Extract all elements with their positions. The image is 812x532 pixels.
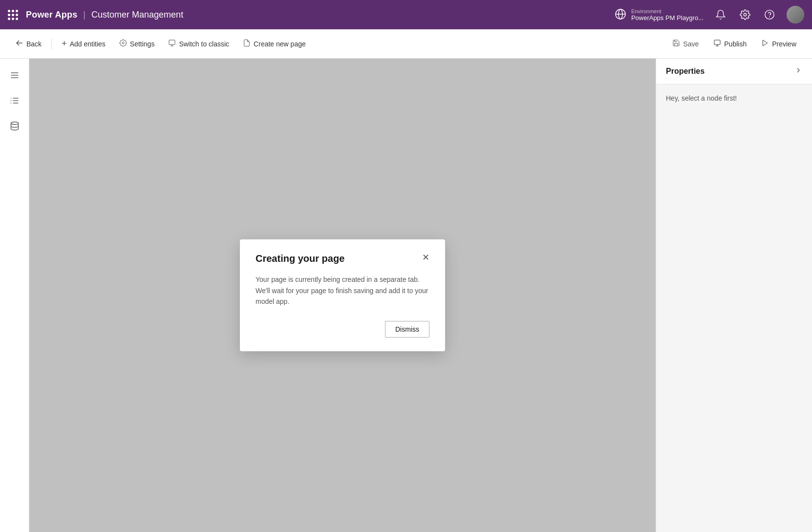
nav-separator: |	[83, 10, 85, 20]
settings-gear-icon	[119, 39, 127, 49]
toolbar: Back + Add entities Settings Switch to c…	[0, 29, 812, 59]
page-title: Customer Management	[91, 10, 183, 20]
sidebar-list-icon[interactable]	[6, 92, 23, 109]
main-layout: Creating your page ✕ Your page is curren…	[0, 59, 812, 532]
right-panel-body: Hey, select a node first!	[656, 85, 812, 112]
modal-close-button[interactable]: ✕	[422, 253, 429, 262]
switch-classic-label: Switch to classic	[179, 40, 229, 48]
settings-icon[interactable]	[738, 7, 752, 22]
svg-point-7	[122, 42, 124, 44]
publish-label: Publish	[724, 40, 747, 48]
create-new-page-label: Create new page	[254, 40, 306, 48]
environment-label: Environment	[631, 8, 704, 14]
back-arrow-icon	[16, 39, 23, 49]
nav-right-section: Environment PowerApps PM Playgro...	[615, 6, 804, 23]
svg-rect-10	[714, 40, 720, 44]
app-name: Power Apps	[26, 10, 77, 20]
expand-panel-button[interactable]	[794, 66, 802, 76]
modal-body: Your page is currently being created in …	[256, 274, 429, 307]
content-area: Creating your page ✕ Your page is curren…	[29, 59, 656, 532]
apps-menu-icon[interactable]	[8, 10, 18, 20]
add-entities-button[interactable]: + Add entities	[56, 36, 111, 52]
back-label: Back	[26, 40, 42, 48]
sidebar-database-icon[interactable]	[6, 117, 23, 135]
add-icon: +	[62, 39, 67, 49]
preview-button[interactable]: Preview	[755, 36, 802, 51]
modal-overlay: Creating your page ✕ Your page is curren…	[29, 59, 656, 532]
save-button[interactable]: Save	[666, 36, 705, 51]
back-button[interactable]: Back	[10, 36, 47, 52]
dismiss-button[interactable]: Dismiss	[385, 321, 429, 338]
properties-empty-message: Hey, select a node first!	[666, 94, 737, 102]
right-panel-header: Properties	[656, 59, 812, 85]
switch-classic-button[interactable]: Switch to classic	[162, 36, 235, 52]
switch-icon	[168, 39, 176, 49]
sidebar-menu-icon[interactable]	[6, 66, 23, 84]
avatar[interactable]	[787, 6, 804, 23]
right-panel: Properties Hey, select a node first!	[656, 59, 812, 532]
publish-button[interactable]: Publish	[706, 36, 753, 51]
svg-point-22	[11, 122, 18, 125]
creating-page-modal: Creating your page ✕ Your page is curren…	[240, 239, 445, 351]
environment-name: PowerApps PM Playgro...	[631, 14, 704, 21]
top-navigation: Power Apps | Customer Management Environ…	[0, 0, 812, 29]
environment-text: Environment PowerApps PM Playgro...	[631, 8, 704, 21]
modal-body-text: Your page is currently being created in …	[256, 276, 428, 305]
new-page-icon	[243, 39, 251, 49]
environment-selector[interactable]: Environment PowerApps PM Playgro...	[615, 8, 704, 21]
publish-icon	[713, 39, 721, 48]
modal-header: Creating your page ✕	[256, 253, 429, 264]
svg-rect-8	[169, 40, 175, 44]
preview-play-icon	[761, 39, 769, 48]
save-disk-icon	[672, 39, 680, 48]
modal-title: Creating your page	[256, 253, 344, 264]
right-panel-title: Properties	[666, 67, 705, 76]
svg-marker-12	[763, 40, 768, 46]
settings-label: Settings	[130, 40, 155, 48]
preview-label: Preview	[772, 40, 796, 48]
save-label: Save	[683, 40, 699, 48]
svg-point-3	[744, 13, 747, 16]
toolbar-right: Save Publish Preview	[666, 36, 802, 51]
globe-icon	[615, 8, 627, 21]
svg-point-4	[765, 10, 774, 19]
help-icon[interactable]	[762, 7, 777, 22]
add-entities-label: Add entities	[70, 40, 106, 48]
toolbar-divider-1	[51, 38, 52, 50]
modal-footer: Dismiss	[256, 321, 429, 338]
create-new-page-button[interactable]: Create new page	[237, 36, 312, 52]
left-sidebar	[0, 59, 29, 532]
settings-button[interactable]: Settings	[113, 36, 161, 52]
notifications-icon[interactable]	[713, 7, 728, 22]
